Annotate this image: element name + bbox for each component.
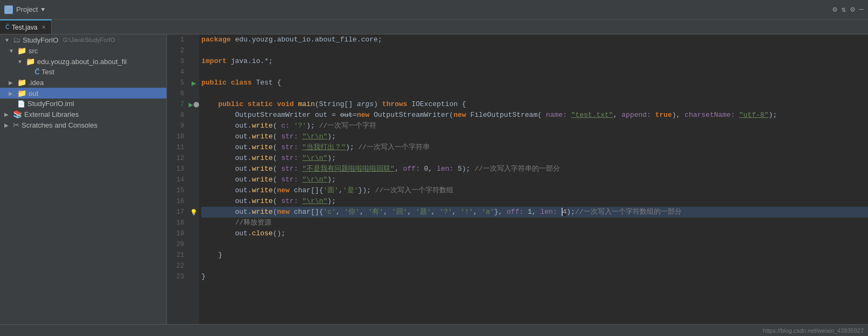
sidebar-item-src[interactable]: ▼ 📁 src [0,45,166,56]
settings-icon[interactable]: ⚙ [832,5,837,14]
gutter-3 [188,56,199,67]
layout-icon[interactable]: ⇅ [842,5,846,14]
folder-icon: 📁 [17,89,26,97]
breakpoint-icon[interactable]: ⬤ [193,101,199,108]
line-num-21: 21 [167,250,184,261]
folder-icon: 📁 [26,57,35,66]
project-title[interactable]: Project [16,5,38,13]
sidebar-label: StudyForIO.iml [27,100,74,108]
code-line-19: out.close(); [201,228,868,239]
gutter-20 [188,239,199,250]
gutter-22 [188,261,199,271]
sidebar-item-external-libraries[interactable]: ▶ 📚 External Libraries [0,109,166,120]
folder-icon: 🗂 [13,36,20,44]
code-line-1: package edu.youzg.about_io.about_file.co… [201,34,868,45]
code-line-5: public class Test { [201,78,868,88]
sidebar-path: G:\Java\StudyForIO [62,37,115,43]
arrow-icon: ▶ [9,80,15,86]
line-num-3: 3 [167,56,184,67]
code-line-14: out.write( str: "\r\n"); [201,174,868,185]
line-num-9: 9 [167,121,184,131]
arrow-icon: ▶ [4,111,11,117]
arrow-icon: ▼ [4,37,11,43]
line-num-2: 2 [167,45,184,56]
line-num-6: 6 [167,88,184,99]
svg-rect-2 [7,10,9,11]
gutter-12 [188,153,199,164]
code-line-7: public static void main(String[] args) t… [201,99,868,110]
line-num-8: 8 [167,110,184,121]
gutter-6 [188,88,199,99]
code-line-23: } [201,271,868,282]
gutter-23 [188,271,199,282]
sidebar-item-idea[interactable]: ▶ 📁 .idea [0,77,166,88]
java-file-icon: C̈ [5,24,10,31]
run-arrow-icon[interactable]: ▶ [192,79,196,88]
code-line-22 [201,261,868,271]
line-num-18: 18 [167,218,184,228]
code-line-20 [201,239,868,250]
project-icon [4,5,13,14]
sidebar-item-iml[interactable]: 📄 StudyForIO.iml [0,99,166,109]
gutter-5[interactable]: ▶ [188,78,199,88]
folder-icon: 📁 [17,78,26,87]
arrow-icon: ▶ [9,90,15,96]
sidebar-item-scratches[interactable]: ▶ ✂ Scratches and Consoles [0,120,166,130]
tab-close-button[interactable]: ✕ [41,24,46,30]
sidebar-item-out[interactable]: ▶ 📁 out [0,88,166,99]
code-line-8: OutputStreamWriter out = out=new OutputS… [201,110,868,121]
sidebar-label: .idea [29,79,44,87]
gutter-2 [188,45,199,56]
file-icon: 📄 [17,100,25,108]
code-line-10: out.write( str: "\r\n"); [201,131,868,142]
line-num-7: 7 [167,99,184,110]
svg-rect-1 [7,8,10,9]
gutter-4 [188,67,199,78]
arrow-icon: ▼ [17,59,24,65]
line-num-10: 10 [167,131,184,142]
code-line-9: out.write( c: '?'); //一次写一个字符 [201,121,868,131]
tab-test-java[interactable]: C̈ Test.java ✕ [0,19,52,34]
sidebar-label: External Libraries [24,110,79,118]
code-line-12: out.write( str: "\r\n"); [201,153,868,164]
gutter-7[interactable]: ▶ ⬤ [188,99,199,110]
code-line-17: out.write(new char[]{'c', '你', '有', '回',… [201,207,868,218]
line-num-4: 4 [167,67,184,78]
gutter-13 [188,164,199,174]
line-num-16: 16 [167,196,184,207]
line-num-1: 1 [167,34,184,45]
code-line-6 [201,88,868,99]
code-line-13: out.write( str: "不是我有问题啦啦啦啦回联", off: 0, … [201,164,868,174]
code-lines[interactable]: package edu.youzg.about_io.about_file.co… [199,34,868,324]
line-num-20: 20 [167,239,184,250]
arrow-icon: ▼ [9,48,15,54]
run-arrow-icon[interactable]: ▶ [188,100,193,109]
gutter-17[interactable]: 💡 [188,207,199,218]
line-num-23: 23 [167,271,184,282]
code-area[interactable]: 1 2 3 4 5 6 7 8 9 10 11 12 13 14 15 16 1… [167,34,868,324]
code-line-2 [201,45,868,56]
scratches-icon: ✂ [13,121,19,129]
line-num-13: 13 [167,164,184,174]
code-content: 1 2 3 4 5 6 7 8 9 10 11 12 13 14 15 16 1… [167,34,868,324]
sidebar-item-studyforio[interactable]: ▼ 🗂 StudyForIO G:\Java\StudyForIO [0,34,166,45]
sidebar-label: Test [41,68,54,76]
status-bar: https://blog.csdn.net/weixin_43935927 [0,324,868,336]
line-num-14: 14 [167,174,184,185]
minimize-icon[interactable]: — [859,5,864,14]
code-line-18: //释放资源 [201,218,868,228]
gear-icon[interactable]: ⚙ [850,5,855,14]
tab-label: Test.java [12,24,37,31]
title-bar: Project ▼ ⚙ ⇅ ⚙ — [0,0,868,19]
bulb-icon[interactable]: 💡 [190,209,198,216]
gutter-16 [188,196,199,207]
project-dropdown-arrow[interactable]: ▼ [41,6,45,13]
sidebar-label: src [29,47,38,55]
line-num-5: 5 [167,78,184,88]
code-line-11: out.write( str: "当我打出？"); //一次写入一个字符串 [201,142,868,153]
code-line-15: out.write(new char[]{'面','是'}); //一次写入一个… [201,185,868,196]
code-line-4 [201,67,868,78]
sidebar-item-test-class[interactable]: C̈ Test [0,67,166,77]
gutter: ▶ ▶ ⬤ 💡 [188,34,199,324]
sidebar-item-package[interactable]: ▼ 📁 edu.youzg.about_io.about_fil [0,56,166,67]
